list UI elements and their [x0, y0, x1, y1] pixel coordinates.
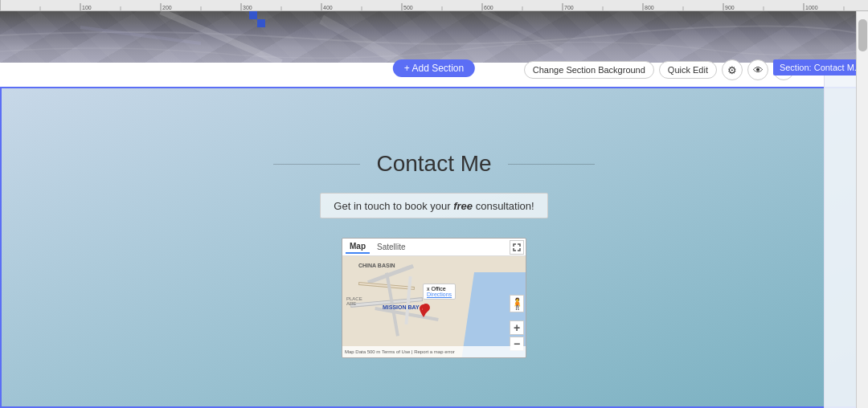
section-highlight-left	[0, 87, 2, 408]
eye-icon-button[interactable]: 👁	[747, 59, 768, 80]
top-image-strip	[0, 11, 868, 63]
map-footer-text: Map Data 500 m Terms of Use | Report a m…	[345, 349, 455, 354]
main-content: Contact Me Get in touch to book your fre…	[0, 87, 868, 408]
section-highlight-top	[0, 87, 856, 88]
svg-text:800: 800	[645, 5, 654, 10]
map-label-place: PLACEARE	[346, 296, 362, 306]
svg-line-34	[482, 11, 563, 51]
map-body: CHINA BASIN MISSION BAY PLACEARE x Offic…	[342, 256, 526, 357]
change-bg-button[interactable]: Change Section Background	[524, 61, 654, 79]
contact-subtitle-wrapper: Get in touch to book your free consultat…	[320, 193, 547, 218]
subtitle-suffix: consultation!	[473, 200, 534, 212]
right-panel	[824, 63, 856, 408]
settings-icon-button[interactable]: ⚙	[722, 59, 743, 80]
map-tab-map[interactable]: Map	[346, 240, 370, 254]
map-label-china-basin: CHINA BASIN	[358, 263, 395, 268]
blue-marker	[249, 11, 265, 27]
svg-line-35	[80, 27, 201, 43]
settings-icon: ⚙	[727, 64, 737, 76]
eye-icon: 👁	[753, 64, 764, 76]
svg-text:600: 600	[484, 5, 493, 10]
svg-text:300: 300	[243, 5, 252, 10]
map-pin	[419, 304, 427, 312]
contact-title: Contact Me	[360, 151, 507, 177]
map-pegman-button[interactable]: 🧍	[510, 295, 524, 312]
map-zoom-in-button[interactable]: +	[510, 320, 524, 335]
subtitle-prefix: Get in touch to book your	[334, 200, 453, 212]
contact-subtitle: Get in touch to book your free consultat…	[334, 200, 534, 212]
map-toolbar: Map Satellite	[342, 239, 526, 256]
map-directions-link[interactable]: Directions	[427, 292, 452, 297]
svg-text:400: 400	[323, 5, 333, 10]
add-section-button[interactable]: + Add Section	[393, 59, 475, 77]
scrollbar-thumb[interactable]	[858, 19, 867, 51]
title-divider-left	[273, 164, 360, 165]
map-footer: Map Data 500 m Terms of Use | Report a m…	[342, 346, 526, 357]
svg-text:100: 100	[82, 5, 92, 10]
section-label: Section: Contact M...	[773, 59, 868, 75]
svg-text:900: 900	[725, 5, 735, 10]
svg-text:1000: 1000	[805, 5, 818, 10]
map-tab-satellite[interactable]: Satellite	[373, 241, 410, 253]
quick-edit-button[interactable]: Quick Edit	[659, 61, 717, 79]
map-expand-button[interactable]	[510, 240, 524, 255]
title-divider-right	[508, 164, 595, 165]
right-toolbar: Change Section Background Quick Edit ⚙ 👁…	[524, 59, 794, 80]
map-label-mission-bay: MISSION BAY	[383, 304, 420, 310]
map-popup: x Office Directions	[423, 284, 456, 300]
svg-text:200: 200	[162, 5, 172, 10]
svg-text:500: 500	[403, 5, 413, 10]
map-popup-text: x Office	[427, 286, 446, 292]
svg-point-36	[422, 307, 425, 310]
subtitle-italic: free	[453, 200, 473, 212]
contact-title-wrapper: Contact Me	[273, 151, 595, 177]
ruler: 100 200 300 400 500 600 700 800 900 1000	[0, 0, 868, 11]
map-container[interactable]: Map Satellite CHI	[342, 238, 526, 358]
svg-text:700: 700	[564, 5, 574, 10]
scrollbar[interactable]	[856, 11, 868, 408]
